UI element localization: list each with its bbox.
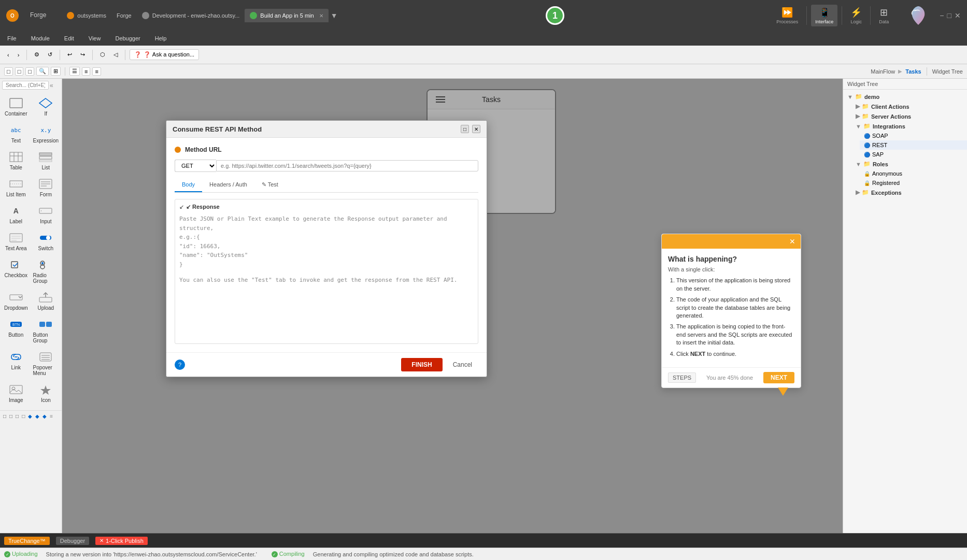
tool-icon-4[interactable]: □ [21,413,26,420]
tool-icon-8[interactable]: ≡ [49,413,54,420]
widget-form[interactable]: Form [31,175,61,200]
widget-icon-widget[interactable]: Icon [31,380,61,406]
widget-button-group[interactable]: Button Group [31,315,61,347]
menu-help[interactable]: Help [152,34,170,42]
redo-btn[interactable]: ↪ [77,50,88,60]
tab-forge[interactable]: Forge [111,9,137,22]
tool-logic[interactable]: ⚡ Logic [846,5,866,26]
tool-processes[interactable]: ⏩ Processes [772,5,802,26]
widget-switch[interactable]: Switch [31,228,61,254]
tool-icon-5[interactable]: ◆ [27,413,33,420]
tool-icon-6[interactable]: ◆ [34,413,40,420]
finish-button[interactable]: FINISH [401,358,442,371]
tree-rest[interactable]: 🔵 REST [860,140,967,150]
tree-roles[interactable]: ▼ 📁 Roles [851,159,967,169]
help-button[interactable]: ? [175,360,185,370]
tab-close-build[interactable]: ✕ [319,13,323,19]
sec-btn-align3[interactable]: ≡ [92,67,101,76]
tool-interface[interactable]: 📱 Interface [811,5,837,26]
sec-btn-grid[interactable]: ⊞ [51,67,61,76]
widget-button[interactable]: BTN Button [2,315,30,347]
tab-development[interactable]: Development - enwei-zhao.outsy... [137,9,245,22]
tree-exceptions[interactable]: ▶ 📁 Exceptions [851,188,967,197]
tree-integrations[interactable]: ▼ 📁 Integrations [851,121,967,131]
search-input[interactable] [2,81,49,90]
widget-input[interactable]: Input [31,202,61,227]
menu-edit[interactable]: Edit [61,34,77,42]
tab-label-outsystems: outsystems [77,12,106,19]
tool-icon-3[interactable]: □ [15,413,20,420]
tab-test[interactable]: ✎ Test [254,178,286,192]
panel-collapse-btn[interactable]: « [50,82,53,89]
tab-build-app[interactable]: Build an App in 5 min ✕ [245,9,328,22]
forward-btn[interactable]: › [15,50,23,60]
widget-popover-menu[interactable]: Popover Menu [31,348,61,379]
widget-list-item[interactable]: List Item [2,175,30,200]
minimize-btn[interactable]: − [940,11,944,20]
widget-list[interactable]: List [31,148,61,174]
widget-textarea[interactable]: Text Area [2,228,30,254]
tree-server-actions[interactable]: ▶ 📁 Server Actions [851,111,967,121]
tool-icon-1[interactable]: □ [2,413,7,420]
menu-view[interactable]: View [86,34,104,42]
back-btn[interactable]: ‹ [4,50,12,60]
widget-table[interactable]: Table [2,148,30,174]
debugger-btn[interactable]: Debugger [56,537,89,545]
modal-restore-btn[interactable]: □ [461,125,469,133]
widget-link[interactable]: Link [2,348,30,379]
widget-image[interactable]: Image [2,380,30,406]
tabs-dropdown[interactable]: ▼ [331,11,338,20]
tooltip-steps-btn[interactable]: STEPS [668,372,696,383]
sec-btn-align2[interactable]: ≡ [82,67,90,76]
tab-body[interactable]: Body [175,178,202,192]
sec-btn-zoom[interactable]: 🔍 [36,67,49,76]
widget-checkbox[interactable]: Checkbox [2,255,30,287]
sec-btn-align1[interactable]: ☰ [69,67,80,76]
widget-radio-group[interactable]: Radio Group [31,255,61,287]
menu-module[interactable]: Module [28,34,53,42]
response-label[interactable]: ↙ ↙ Response [179,204,474,210]
menu-file[interactable]: File [4,34,20,42]
tooltip-close-btn[interactable]: ✕ [789,237,795,246]
undo-btn[interactable]: ↩ [64,50,75,60]
cursor-btn[interactable]: ⬡ [97,50,108,60]
tree-sap[interactable]: 🔵 SAP [860,150,967,159]
close-btn[interactable]: ✕ [955,11,961,20]
widget-label[interactable]: A Label [2,202,30,227]
widget-dropdown[interactable]: Dropdown [2,288,30,314]
widget-text[interactable]: abc Text [2,121,30,147]
refresh-btn[interactable]: ↺ [45,50,55,60]
widget-if[interactable]: If [31,94,61,120]
truechange-btn[interactable]: TrueChange™ [4,537,50,545]
tab-outsystems[interactable]: outsystems [62,9,111,22]
tree-soap[interactable]: 🔵 SOAP [860,131,967,140]
tool-data[interactable]: ⊞ Data [875,5,893,26]
sec-btn-1[interactable]: □ [4,67,13,76]
widget-expression[interactable]: x.y Expression [31,121,61,147]
settings-btn[interactable]: ⚙ [31,50,42,60]
tool-icon-2[interactable]: □ [8,413,13,420]
tree-registered[interactable]: 🔒 Registered [860,178,967,188]
tree-anonymous[interactable]: 🔒 Anonymous [860,169,967,178]
publish-btn[interactable]: ✕ 1-Click Publish [95,537,148,545]
tab-headers-auth[interactable]: Headers / Auth [202,178,254,192]
url-input[interactable] [216,160,478,171]
sec-btn-3[interactable]: □ [25,67,34,76]
widget-tree-label[interactable]: Widget Tree [932,68,963,75]
tool-icon-7[interactable]: ◆ [41,413,48,420]
tree-demo-root[interactable]: ▼ 📁 demo [843,92,967,102]
ask-question-btn[interactable]: ❓ ❓ Ask a question... [130,49,199,60]
tooltip-next-btn[interactable]: NEXT [763,372,794,383]
widget-upload[interactable]: Upload [31,288,61,314]
select-btn[interactable]: ◁ [110,50,121,60]
maximize-btn[interactable]: □ [947,11,951,20]
method-select[interactable]: GET POST PUT DELETE [175,160,216,172]
sec-btn-2[interactable]: □ [15,67,24,76]
forge-tab[interactable]: Forge [23,7,53,24]
checkbox-icon [8,259,24,271]
menu-debugger[interactable]: Debugger [112,34,143,42]
cancel-button[interactable]: Cancel [447,358,478,371]
modal-close-btn[interactable]: ✕ [472,125,480,133]
widget-container[interactable]: Container [2,94,30,120]
tree-client-actions[interactable]: ▶ 📁 Client Actions [851,102,967,111]
